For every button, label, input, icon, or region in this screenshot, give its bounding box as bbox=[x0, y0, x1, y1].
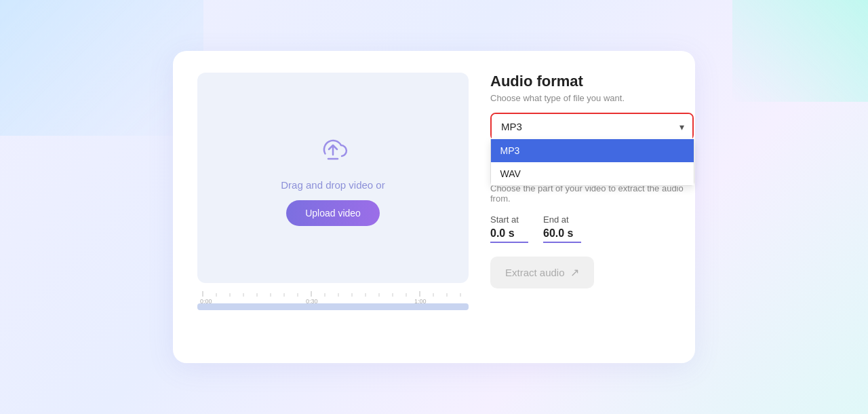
end-at-label: End at bbox=[543, 214, 569, 225]
card-content: Drag and drop video or Upload video 0:00 bbox=[197, 73, 671, 344]
trim-section: Trim Choose the part of your video to ex… bbox=[490, 169, 694, 288]
upload-video-button[interactable]: Upload video bbox=[286, 200, 380, 226]
extract-audio-label: Extract audio bbox=[505, 267, 565, 278]
right-panel: Audio format Choose what type of file yo… bbox=[490, 73, 694, 344]
svg-text:0:00: 0:00 bbox=[200, 298, 212, 303]
start-at-field: Start at 0.0 s bbox=[490, 214, 528, 243]
timeline-progress-bar bbox=[197, 303, 469, 310]
dropdown-selected-value: MP3 bbox=[501, 121, 683, 132]
audio-format-subtitle: Choose what type of file you want. bbox=[490, 93, 694, 103]
svg-text:1:00: 1:00 bbox=[414, 298, 427, 303]
audio-format-title: Audio format bbox=[490, 73, 694, 90]
timeline-container: 0:00 0:30 bbox=[197, 290, 469, 310]
start-at-value[interactable]: 0.0 s bbox=[490, 227, 528, 243]
svg-text:0:30: 0:30 bbox=[306, 298, 318, 303]
time-inputs-row: Start at 0.0 s End at 60.0 s bbox=[490, 214, 694, 243]
left-panel: Drag and drop video or Upload video 0:00 bbox=[197, 73, 469, 344]
timeline-ticks: 0:00 0:30 bbox=[197, 290, 469, 302]
upload-area: Drag and drop video or Upload video bbox=[197, 73, 469, 283]
trim-subtitle: Choose the part of your video to extract… bbox=[490, 183, 694, 204]
dropdown-options-list: MP3 WAV bbox=[490, 139, 694, 186]
extract-arrow-icon: ↗ bbox=[570, 266, 579, 279]
upload-cloud-icon bbox=[315, 130, 351, 170]
end-at-value[interactable]: 60.0 s bbox=[543, 227, 581, 243]
start-at-label: Start at bbox=[490, 214, 519, 225]
main-card: Drag and drop video or Upload video 0:00 bbox=[173, 51, 695, 363]
extract-audio-button[interactable]: Extract audio ↗ bbox=[490, 257, 594, 288]
end-at-field: End at 60.0 s bbox=[543, 214, 581, 243]
option-mp3[interactable]: MP3 bbox=[491, 139, 694, 162]
option-wav[interactable]: WAV bbox=[491, 162, 694, 185]
format-dropdown-wrapper[interactable]: MP3 ▾ MP3 WAV bbox=[490, 113, 694, 140]
drag-drop-text: Drag and drop video or bbox=[281, 179, 384, 191]
